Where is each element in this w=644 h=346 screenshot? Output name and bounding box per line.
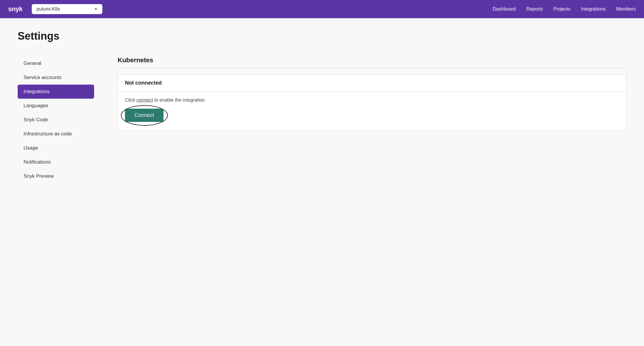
integration-description: Click connect to enable the integration — [125, 98, 619, 103]
description-suffix: to enable the integration — [153, 98, 205, 103]
integration-card: Not connected Click connect to enable th… — [118, 74, 626, 130]
sidebar-item-snyk-preview[interactable]: Snyk Preview — [18, 169, 94, 183]
sidebar-item-general[interactable]: General — [18, 56, 94, 70]
nav-members[interactable]: Members — [616, 6, 636, 12]
settings-main: Kubernetes Not connected Click connect t… — [118, 56, 626, 183]
settings-sidebar: General Service accounts Integrations La… — [18, 56, 94, 183]
section-title: Kubernetes — [118, 56, 626, 68]
header: snyk pulumi-K8s ▼ Dashboard Reports Proj… — [0, 0, 644, 18]
sidebar-item-usage[interactable]: Usage — [18, 141, 94, 155]
chevron-down-icon: ▼ — [94, 7, 98, 11]
main-nav: Dashboard Reports Projects Integrations … — [493, 6, 636, 12]
description-link: connect — [136, 98, 153, 103]
sidebar-item-infrastructure-as-code[interactable]: Infrastructure as code — [18, 127, 94, 141]
sidebar-item-integrations[interactable]: Integrations — [18, 85, 94, 99]
page-content: Settings General Service accounts Integr… — [0, 18, 644, 195]
nav-dashboard[interactable]: Dashboard — [493, 6, 516, 12]
connect-button-wrapper: Connect — [125, 109, 163, 122]
nav-reports[interactable]: Reports — [526, 6, 543, 12]
description-prefix: Click — [125, 98, 136, 103]
org-selector[interactable]: pulumi-K8s ▼ — [32, 4, 102, 14]
integration-card-header: Not connected — [118, 75, 626, 92]
nav-projects[interactable]: Projects — [553, 6, 570, 12]
snyk-logo: snyk — [8, 5, 22, 13]
sidebar-item-notifications[interactable]: Notifications — [18, 155, 94, 169]
org-name: pulumi-K8s — [36, 6, 60, 12]
integration-card-body: Click connect to enable the integration … — [118, 92, 626, 130]
settings-layout: General Service accounts Integrations La… — [18, 56, 626, 183]
page-title: Settings — [18, 30, 626, 42]
connect-button[interactable]: Connect — [125, 109, 163, 122]
nav-integrations[interactable]: Integrations — [581, 6, 606, 12]
sidebar-item-snyk-code[interactable]: Snyk Code — [18, 113, 94, 127]
sidebar-item-service-accounts[interactable]: Service accounts — [18, 70, 94, 85]
sidebar-item-languages[interactable]: Languages — [18, 99, 94, 113]
